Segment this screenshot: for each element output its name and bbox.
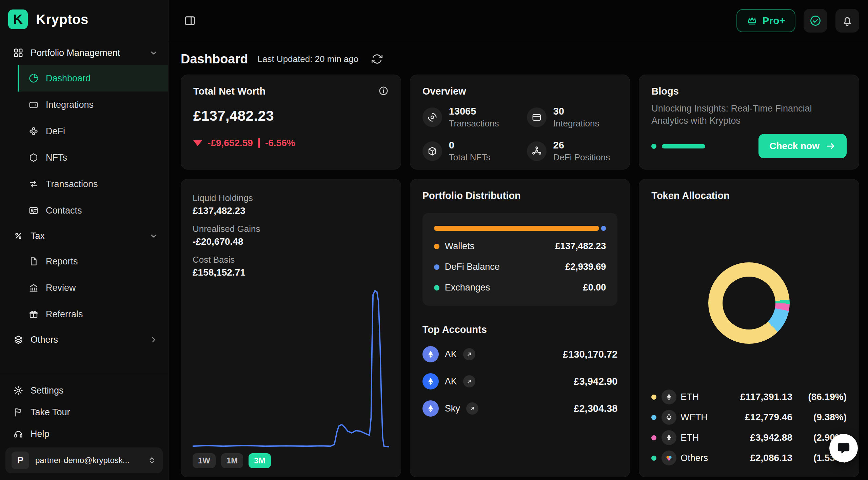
notifications-button[interactable] [835,9,859,33]
stat-value: 26 [553,140,610,151]
nav-item-label: Dashboard [46,73,91,84]
dashboard-content: Dashboard Last Updated: 20 min ago Total… [169,41,868,480]
sidebar-item-contacts[interactable]: Contacts [18,197,168,224]
token-symbol: ETH [680,392,740,402]
pro-plus-button[interactable]: Pro+ [736,9,795,32]
status-check-button[interactable] [804,9,827,33]
nft-hexagon-icon [28,152,39,163]
token-dot [651,435,656,440]
sidebar-item-dashboard[interactable]: Dashboard [18,65,168,92]
account-row[interactable]: AK £3,942.90 [422,373,618,389]
sidebar-item-nfts[interactable]: NFTs [18,144,168,171]
refresh-icon [371,53,383,65]
distribution-panel: Wallets £137,482.23 DeFi Balance £2,939.… [422,213,618,306]
change-percent: -6.56% [265,138,295,148]
distribution-stacked-bar [434,226,606,231]
brand[interactable]: K Kryptos [0,0,168,36]
blogs-card: Blogs Unlocking Insights: Real-Time Fina… [639,75,859,169]
refresh-button[interactable] [368,50,386,68]
range-1w-button[interactable]: 1W [193,453,216,468]
distribution-value: £137,482.23 [555,241,606,252]
sidebar-collapse-button[interactable] [181,12,199,30]
carousel-indicators[interactable] [651,144,705,149]
sidebar-item-take-tour[interactable]: Take Tour [0,401,168,423]
open-account-button[interactable] [463,348,475,360]
chevron-right-icon [149,335,158,344]
review-icon [28,282,39,293]
sidebar-item-referrals[interactable]: Referrals [18,301,168,327]
sidebar-item-transactions[interactable]: Transactions [18,171,168,197]
card-title: Blogs [651,86,847,97]
account-value: £2,304.38 [574,403,617,414]
defi-icon [28,126,39,137]
stat-value: 13065 [449,106,499,117]
range-1m-button[interactable]: 1M [221,453,243,468]
loss-triangle-icon [193,140,202,146]
stat-integrations: 30 Integrations [527,106,618,129]
others-icon [13,334,24,345]
sidebar-section-tax[interactable]: Tax [0,224,168,248]
footer-item-label: Take Tour [31,407,70,418]
card-title: Token Allocation [651,190,847,201]
token-value: £12,779.46 [745,412,792,423]
chevron-down-icon [149,48,158,57]
stat-label: Integrations [553,118,599,129]
check-now-button[interactable]: Check now [758,134,847,158]
arrow-up-right-icon [466,351,472,357]
holding-label: Liquid Holdings [193,193,389,203]
section-label: Tax [31,231,45,241]
sidebar-item-help[interactable]: Help [0,423,168,445]
distribution-value: £0.00 [583,282,606,293]
token-symbol: Others [680,453,750,463]
carousel-dot[interactable] [651,144,656,149]
distribution-value: £2,939.69 [565,262,606,272]
card-title: Total Net Worth [193,86,265,97]
network-icon [527,141,547,161]
wallets-dot [434,244,439,249]
arrow-up-right-icon [466,378,472,384]
sidebar-item-defi[interactable]: DeFi [18,118,168,144]
chat-launcher-button[interactable] [829,434,858,462]
eth-token-icon [422,400,439,417]
liquid-holdings-card: Liquid Holdings £137,482.23 Unrealised G… [181,179,401,477]
open-account-button[interactable] [463,375,475,387]
nav-item-label: Integrations [46,100,94,110]
overview-card: Overview 13065 Transactions 30 Integr [410,75,630,169]
nav-item-label: NFTs [46,153,67,163]
carousel-active-bar[interactable] [662,144,705,148]
info-icon[interactable] [378,86,389,96]
holdings-line-chart [193,287,389,449]
account-name: AK [445,376,457,387]
sidebar-item-integrations[interactable]: Integrations [18,92,168,118]
avatar: P [12,452,29,469]
chevron-up-down-icon [147,456,157,465]
account-row[interactable]: Sky £2,304.38 [422,400,618,417]
holding-value: £137,482.23 [193,205,389,216]
distribution-label: Wallets [445,241,475,252]
gift-icon [28,309,39,320]
check-now-label: Check now [769,141,820,152]
brand-name: Kryptos [36,12,88,27]
holding-value: £158,152.71 [193,267,389,278]
sidebar-item-reports[interactable]: Reports [18,248,168,275]
dashboard-icon [28,73,39,84]
token-row: ETH £117,391.13 (86.19%) [651,389,847,404]
nav-item-label: Transactions [46,179,98,189]
range-3m-button[interactable]: 3M [249,453,271,468]
account-row[interactable]: AK £130,170.72 [422,346,618,362]
token-percent: (9.38%) [792,412,847,423]
token-row: WETH £12,779.46 (9.38%) [651,410,847,425]
nav-item-label: Review [46,283,76,293]
sidebar-section-portfolio-management[interactable]: Portfolio Management [0,41,168,65]
user-account-menu[interactable]: P partner-demo@kryptosk... [5,447,163,473]
sidebar-collapse-icon [184,15,196,27]
sidebar-section-others[interactable]: Others [0,327,168,352]
last-updated-text: Last Updated: 20 min ago [257,54,358,64]
sidebar-item-settings[interactable]: Settings [0,380,168,401]
stat-total-nfts: 0 Total NFTs [422,140,527,163]
wallet-icon [28,99,39,110]
nav-item-label: Reports [46,256,78,267]
sidebar-item-review[interactable]: Review [18,275,168,301]
transactions-coin-icon [422,107,442,127]
open-account-button[interactable] [466,402,478,415]
